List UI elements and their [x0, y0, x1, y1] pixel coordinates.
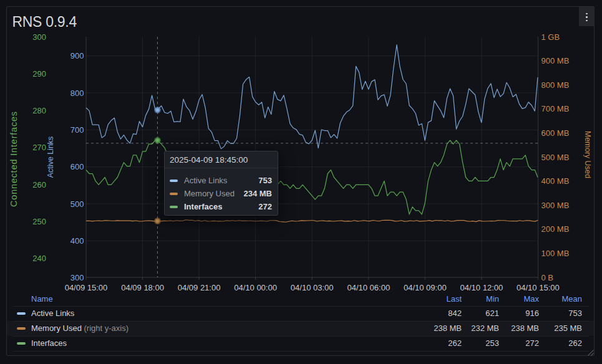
svg-text:04/10 03:00: 04/10 03:00	[291, 283, 334, 292]
svg-text:280: 280	[32, 106, 46, 115]
svg-text:100 MB: 100 MB	[541, 249, 570, 258]
svg-text:1 GB: 1 GB	[541, 32, 560, 42]
svg-text:900: 900	[70, 51, 84, 60]
svg-text:300: 300	[70, 273, 84, 282]
svg-text:300 MB: 300 MB	[541, 201, 570, 210]
svg-text:Memory Used: Memory Used	[583, 131, 592, 178]
svg-text:260: 260	[32, 180, 46, 189]
svg-text:290: 290	[32, 69, 46, 79]
svg-text:04/10 12:00: 04/10 12:00	[460, 283, 503, 292]
svg-text:600 MB: 600 MB	[541, 128, 570, 138]
svg-text:200 MB: 200 MB	[541, 224, 570, 234]
svg-text:04/09 15:00: 04/09 15:00	[65, 283, 108, 292]
svg-text:800: 800	[70, 89, 84, 98]
svg-text:04/09 21:00: 04/09 21:00	[178, 283, 221, 292]
svg-text:Active Links: Active Links	[46, 136, 55, 178]
svg-text:900 MB: 900 MB	[541, 56, 570, 65]
svg-text:300: 300	[32, 32, 46, 42]
svg-text:400: 400	[70, 236, 84, 246]
svg-text:500: 500	[70, 199, 84, 209]
svg-text:400 MB: 400 MB	[541, 176, 570, 186]
svg-text:240: 240	[32, 254, 46, 263]
svg-text:270: 270	[32, 143, 46, 152]
svg-text:04/10 09:00: 04/10 09:00	[404, 283, 447, 292]
svg-text:04/10 15:00: 04/10 15:00	[517, 283, 560, 292]
svg-text:250: 250	[32, 217, 46, 226]
svg-text:04/10 06:00: 04/10 06:00	[347, 283, 390, 292]
svg-text:04/10 00:00: 04/10 00:00	[234, 283, 277, 292]
svg-text:Connected Interfaces: Connected Interfaces	[9, 111, 19, 207]
svg-text:04/09 18:00: 04/09 18:00	[121, 283, 164, 292]
svg-text:0 B: 0 B	[541, 273, 554, 282]
svg-text:800 MB: 800 MB	[541, 80, 570, 90]
svg-text:500 MB: 500 MB	[541, 153, 570, 162]
svg-text:700: 700	[70, 125, 84, 135]
svg-text:600: 600	[70, 162, 84, 171]
svg-text:700 MB: 700 MB	[541, 104, 570, 113]
